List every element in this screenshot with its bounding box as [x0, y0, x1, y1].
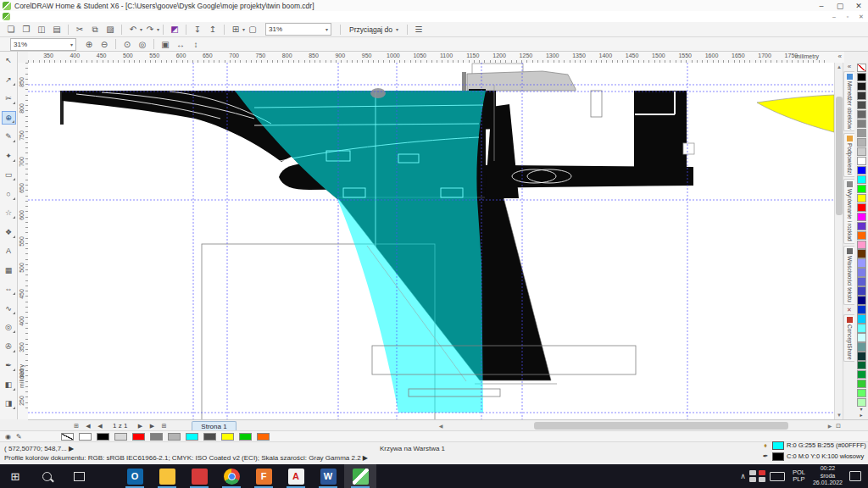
color-swatch[interactable] [857, 147, 866, 156]
zoom-in-icon[interactable]: ⊕ [82, 38, 96, 50]
network-icon[interactable] [759, 477, 765, 482]
zoom-out-icon[interactable]: ⊖ [97, 38, 111, 50]
chevron-down-icon[interactable]: ▾ [157, 26, 159, 32]
color-swatch[interactable] [857, 352, 866, 360]
tray-expand-icon[interactable]: ∧ [740, 472, 746, 480]
docker-tab-conceptshare[interactable]: ConceptShare [843, 314, 855, 363]
color-swatch[interactable] [857, 92, 866, 100]
doc-color-swatch[interactable] [114, 433, 127, 441]
fill-tool[interactable]: ◧ [2, 378, 16, 391]
onedrive-icon[interactable] [749, 470, 756, 475]
eyedropper-icon[interactable]: ✎ [16, 433, 22, 441]
color-swatch[interactable] [857, 380, 866, 388]
battery-icon[interactable] [749, 477, 756, 482]
horizontal-scroll-thumb[interactable] [534, 422, 788, 430]
new-document-icon[interactable]: ❏ [4, 24, 18, 36]
taskbar-clock[interactable]: 00:22 środa 26.01.2022 [813, 465, 843, 487]
print-icon[interactable]: ▤ [50, 24, 64, 36]
table-tool[interactable]: ▦ [2, 263, 16, 277]
action-center-icon[interactable] [849, 471, 861, 481]
color-swatch[interactable] [857, 324, 866, 332]
collapse-dockers-icon[interactable]: « [838, 53, 842, 60]
docker-tab-podpowiedzi[interactable]: Podpowiedzi [843, 133, 855, 177]
tail-small-rect[interactable] [683, 143, 694, 154]
last-page-icon[interactable]: ▶ [146, 423, 158, 430]
color-swatch[interactable] [857, 286, 866, 295]
docker-tab-wyr-wnanie-i-rozk-ad[interactable]: Wyrównanie i rozkład [843, 179, 855, 244]
zoom-level-combo[interactable]: 31% ▾ [265, 23, 331, 36]
next-page-icon[interactable]: ▶ [134, 423, 146, 430]
color-swatch[interactable] [857, 185, 866, 193]
doc-color-swatch[interactable] [150, 433, 163, 441]
doc-color-swatch[interactable] [97, 433, 109, 441]
color-swatch[interactable] [857, 203, 866, 212]
color-swatch[interactable] [857, 157, 866, 165]
dimension-tool[interactable]: ⇔ [2, 282, 16, 296]
taskbar-app-app-orange[interactable]: F [248, 464, 280, 488]
maximize-button[interactable]: ▢ [831, 1, 849, 11]
add-page-icon[interactable]: ⊞ [158, 423, 170, 430]
taskbar-app-app-red[interactable] [183, 464, 215, 488]
tail-block[interactable] [634, 91, 687, 186]
color-swatch[interactable] [857, 249, 866, 258]
color-swatch[interactable] [857, 241, 866, 249]
color-swatch[interactable] [857, 194, 866, 202]
doc-color-swatch[interactable] [79, 433, 92, 441]
color-swatch[interactable] [857, 73, 866, 81]
flyout-icon[interactable]: ◉ [5, 433, 11, 441]
yellow-wingtip-shape[interactable] [757, 95, 834, 132]
docker-tab-w-a-ciwo-ci-tekstu[interactable]: Właściwości tekstu [843, 246, 855, 305]
snap-to-dropdown[interactable]: Przyciągaj do ▾ [349, 25, 398, 34]
undo-icon[interactable]: ↶ [126, 24, 140, 36]
export-icon[interactable]: ↥ [206, 24, 220, 36]
search-content-icon[interactable]: ◩ [168, 24, 181, 36]
eyedropper-tool[interactable]: ✇ [2, 340, 16, 353]
cut-icon[interactable]: ✂ [73, 24, 86, 36]
application-launcher-icon[interactable]: ⊞ [229, 24, 242, 36]
taskbar-app-acrobat[interactable]: A [280, 464, 312, 488]
doc-color-swatch[interactable] [239, 433, 252, 441]
canopy-shape[interactable] [467, 71, 576, 91]
doc-color-swatch[interactable] [221, 433, 234, 441]
interactive-fill-tool[interactable]: ◨ [2, 396, 16, 410]
doc-color-swatch[interactable] [132, 433, 145, 441]
color-swatch[interactable] [857, 175, 866, 184]
color-swatch[interactable] [857, 314, 866, 323]
doc-restore-button[interactable]: ▫ [841, 12, 854, 22]
docker-tab-mened-er-obiekt-w[interactable]: Menedżer obiektów [843, 71, 855, 131]
palette-scroll-down-icon[interactable]: ▾ [857, 407, 866, 413]
taskbar-app-outlook[interactable]: O [119, 464, 151, 488]
zoom-selected-icon[interactable]: ⊙ [120, 38, 134, 50]
text-tool[interactable]: A [2, 244, 16, 258]
mid-outline-rect[interactable] [591, 91, 602, 117]
color-swatch[interactable] [857, 361, 866, 369]
zoom-page-height-icon[interactable]: ↕ [189, 38, 203, 50]
doc-minimize-button[interactable]: – [827, 12, 841, 22]
taskbar-search-button[interactable] [31, 464, 63, 488]
zoom-levels-combo[interactable]: 31% ▾ [10, 38, 76, 51]
outline-pen-tool[interactable]: ✒ [2, 358, 16, 372]
collapse-dockers-icon[interactable]: « [848, 63, 851, 71]
redo-icon[interactable]: ↷ [143, 24, 157, 36]
color-swatch[interactable] [857, 231, 866, 240]
save-icon[interactable]: ◫ [35, 24, 48, 36]
task-view-button[interactable] [63, 464, 95, 488]
taskbar-app-word[interactable]: W [312, 464, 344, 488]
color-swatch[interactable] [857, 129, 866, 137]
no-color-swatch[interactable] [857, 64, 866, 72]
docker-close-icon[interactable]: ✕ [847, 307, 852, 314]
scroll-right-icon[interactable]: ▶ [826, 422, 834, 430]
rectangle-tool[interactable]: ▭ [2, 168, 16, 181]
copy-icon[interactable]: ⧉ [88, 24, 102, 36]
doc-color-swatch[interactable] [186, 433, 198, 441]
horizontal-scrollbar[interactable]: ◀ ▶ [437, 419, 834, 431]
crop-tool[interactable]: ✂ [2, 92, 16, 105]
color-swatch[interactable] [857, 389, 866, 397]
shape-tool[interactable]: ↗ [2, 73, 16, 86]
close-button[interactable]: ✕ [849, 1, 868, 11]
color-swatch[interactable] [857, 305, 866, 313]
taskbar-app-file-explorer[interactable] [151, 464, 183, 488]
chevron-down-icon[interactable]: ▾ [140, 26, 142, 32]
color-swatch[interactable] [857, 296, 866, 304]
open-icon[interactable]: ❐ [19, 24, 33, 36]
